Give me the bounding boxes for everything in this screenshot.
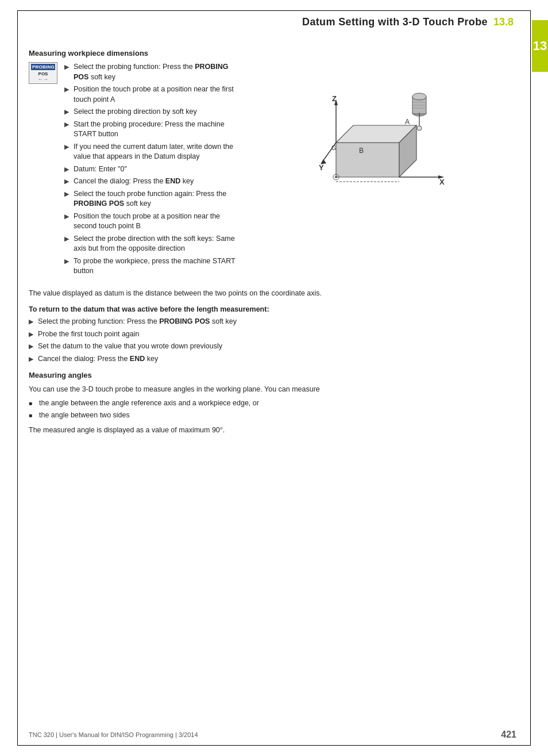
header-title: Datum Setting with 3-D Touch Probe bbox=[302, 16, 488, 28]
step-item: ▶ Select the probe direction with the so… bbox=[64, 234, 241, 254]
return-step-text: Set the datum to the value that you wrot… bbox=[38, 341, 516, 352]
svg-text:B: B bbox=[359, 147, 364, 155]
return-step-item: ▶ Cancel the dialog: Press the END key bbox=[29, 354, 516, 364]
angles-bullet-text: the angle between the angle reference ax… bbox=[39, 398, 516, 409]
svg-point-16 bbox=[417, 126, 422, 131]
step-text: Position the touch probe at a position n… bbox=[74, 212, 241, 232]
step-text: Select the probing function: Press the P… bbox=[74, 62, 241, 82]
arrow-icon: ▶ bbox=[64, 120, 74, 129]
angles-bullet-text: the angle between two sides bbox=[39, 410, 516, 421]
chapter-number: 13 bbox=[533, 39, 547, 53]
step-text: Start the probing procedure: Press the m… bbox=[74, 120, 241, 140]
chapter-tab: 13 bbox=[532, 20, 548, 72]
value-display-paragraph: The value displayed as datum is the dist… bbox=[29, 288, 516, 299]
return-step-text: Probe the first touch point again bbox=[38, 329, 516, 340]
main-content: Measuring workpiece dimensions PROBING P… bbox=[29, 49, 516, 443]
square-bullet-icon: ■ bbox=[29, 412, 39, 420]
return-datum-steps: ▶ Select the probing function: Press the… bbox=[29, 317, 516, 364]
arrow-icon: ▶ bbox=[64, 108, 74, 116]
measuring-angles-intro: You can use the 3-D touch probe to measu… bbox=[29, 384, 516, 395]
svg-text:A: A bbox=[405, 118, 410, 126]
angles-bullet-item: ■ the angle between two sides bbox=[29, 410, 516, 421]
svg-text:X: X bbox=[439, 178, 445, 186]
step-text: Cancel the dialog: Press the END key bbox=[74, 176, 241, 187]
diagram-column: Z Y X bbox=[247, 62, 516, 281]
step-item: ▶ Start the probing procedure: Press the… bbox=[64, 120, 241, 140]
step-text: Select the probing direction by soft key bbox=[74, 107, 241, 117]
arrow-icon: ▶ bbox=[29, 330, 38, 339]
page-border-right bbox=[530, 10, 531, 746]
step-item: ▶ To probe the workpiece, press the mach… bbox=[64, 256, 241, 277]
return-step-item: ▶ Select the probing function: Press the… bbox=[29, 317, 516, 327]
step-text: Select the probe direction with the soft… bbox=[74, 234, 241, 254]
return-step-text: Select the probing function: Press the P… bbox=[38, 317, 516, 327]
return-step-item: ▶ Set the datum to the value that you wr… bbox=[29, 341, 516, 352]
arrow-icon: ▶ bbox=[29, 355, 38, 363]
svg-text:Z: Z bbox=[332, 94, 337, 103]
step-text: Select the touch probe function again: P… bbox=[74, 189, 241, 209]
angles-conclusion: The measured angle is displayed as a val… bbox=[29, 425, 516, 436]
return-datum-heading: To return to the datum that was active b… bbox=[29, 305, 516, 313]
probing-icon-line2: POS bbox=[31, 71, 55, 76]
footer-left: TNC 320 | User's Manual for DIN/ISO Prog… bbox=[29, 731, 198, 738]
page-border-left bbox=[17, 10, 18, 746]
arrow-icon: ▶ bbox=[64, 177, 74, 186]
page-header: Datum Setting with 3-D Touch Probe 13.8 bbox=[29, 16, 514, 28]
step-text: Datum: Enter "0" bbox=[74, 164, 241, 175]
arrow-icon: ▶ bbox=[64, 212, 74, 221]
step-item: ▶ Select the touch probe function again:… bbox=[64, 189, 241, 209]
probing-pos-icon: PROBING POS ←→ bbox=[29, 62, 57, 84]
probing-icon-wrapper: PROBING POS ←→ bbox=[29, 62, 62, 279]
arrow-icon: ▶ bbox=[64, 143, 74, 151]
workpiece-diagram: Z Y X bbox=[319, 68, 445, 194]
angles-bullet-item: ■ the angle between the angle reference … bbox=[29, 398, 516, 409]
workpiece-steps-list: ▶ Select the probing function: Press the… bbox=[64, 62, 241, 279]
arrow-icon: ▶ bbox=[29, 342, 38, 351]
probing-icon-line1: PROBING bbox=[31, 64, 55, 70]
step-item: ▶ Datum: Enter "0" bbox=[64, 164, 241, 175]
measuring-angles-heading: Measuring angles bbox=[29, 371, 516, 379]
arrow-icon: ▶ bbox=[64, 235, 74, 243]
arrow-icon: ▶ bbox=[64, 63, 74, 71]
footer-right: 421 bbox=[501, 730, 516, 740]
measuring-workpiece-heading: Measuring workpiece dimensions bbox=[29, 49, 516, 57]
arrow-icon: ▶ bbox=[29, 317, 38, 326]
step-item: ▶ If you need the current datum later, w… bbox=[64, 142, 241, 162]
svg-text:G: G bbox=[331, 144, 337, 151]
header-section: 13.8 bbox=[493, 16, 514, 28]
svg-point-14 bbox=[412, 93, 426, 100]
icon-list-wrapper: PROBING POS ←→ ▶ Select the probing func… bbox=[29, 62, 241, 279]
step-item: ▶ Position the touch probe at a position… bbox=[64, 85, 241, 105]
step-text: To probe the workpiece, press the machin… bbox=[74, 256, 241, 277]
svg-text:Y: Y bbox=[319, 163, 324, 172]
return-step-text: Cancel the dialog: Press the END key bbox=[38, 354, 516, 364]
arrow-icon: ▶ bbox=[64, 165, 74, 174]
step-item: ▶ Position the touch probe at a position… bbox=[64, 212, 241, 232]
arrow-icon: ▶ bbox=[64, 257, 74, 266]
square-bullet-icon: ■ bbox=[29, 400, 39, 408]
svg-point-26 bbox=[335, 176, 337, 178]
return-step-item: ▶ Probe the first touch point again bbox=[29, 329, 516, 340]
step-text: If you need the current datum later, wri… bbox=[74, 142, 241, 162]
page-footer: TNC 320 | User's Manual for DIN/ISO Prog… bbox=[29, 730, 516, 740]
measuring-angles-bullets: ■ the angle between the angle reference … bbox=[29, 398, 516, 420]
steps-column: PROBING POS ←→ ▶ Select the probing func… bbox=[29, 62, 241, 281]
page-border-top bbox=[17, 10, 531, 11]
step-text: Position the touch probe at a position n… bbox=[74, 85, 241, 105]
arrow-icon: ▶ bbox=[64, 190, 74, 198]
page-border-bottom bbox=[17, 745, 531, 746]
arrow-icon: ▶ bbox=[64, 85, 74, 94]
svg-marker-0 bbox=[336, 143, 399, 177]
two-column-layout: PROBING POS ←→ ▶ Select the probing func… bbox=[29, 62, 516, 281]
step-item: ▶ Select the probing function: Press the… bbox=[64, 62, 241, 82]
step-item: ▶ Select the probing direction by soft k… bbox=[64, 107, 241, 117]
step-item: ▶ Cancel the dialog: Press the END key bbox=[64, 176, 241, 187]
probing-icon-line3: ←→ bbox=[31, 76, 55, 82]
